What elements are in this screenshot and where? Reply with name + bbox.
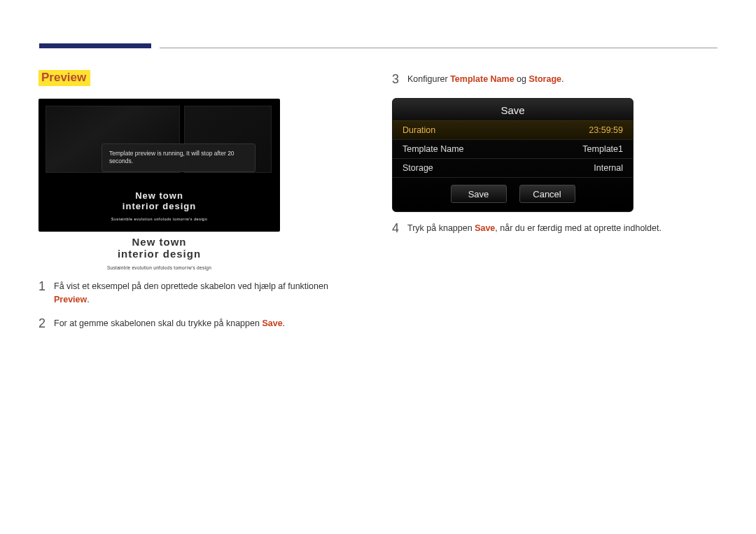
step-1-prefix: Få vist et eksempel på den oprettede ska… (54, 281, 328, 291)
keyword-save: Save (475, 223, 495, 233)
step-4-text: Tryk på knappen Save, når du er færdig m… (407, 219, 662, 239)
cancel-button[interactable]: Cancel (519, 185, 575, 203)
save-button[interactable]: Save (451, 185, 507, 203)
value-template-name: Template1 (582, 144, 623, 154)
label-storage: Storage (402, 163, 433, 173)
step-1-text: Få vist et eksempel på den oprettede ska… (54, 277, 350, 307)
preview-caption-block: New town interior design Sustainble evol… (38, 236, 280, 270)
step-2: 2 For at gemme skabelonen skal du trykke… (38, 314, 350, 334)
row-storage[interactable]: Storage Internal (393, 158, 633, 177)
step-2-prefix: For at gemme skabelonen skal du trykke p… (54, 318, 262, 328)
save-dialog-title: Save (393, 99, 633, 120)
row-template-name[interactable]: Template Name Template1 (393, 139, 633, 158)
step-2-text: For at gemme skabelonen skal du trykke p… (54, 314, 285, 334)
step-3-suffix: . (561, 74, 564, 84)
step-number: 4 (392, 219, 407, 239)
preview-subtitle: Sustainble evolution unfolods tomorrw's … (111, 217, 207, 221)
step-4-suffix: , når du er færdig med at oprette indhol… (495, 223, 662, 233)
step-3-mid: og (514, 74, 529, 84)
step-3-text: Konfigurer Template Name og Storage. (407, 70, 564, 90)
step-number: 2 (38, 314, 54, 334)
preview-title-line2: interior design (122, 201, 196, 211)
dialog-button-row: Save Cancel (393, 177, 633, 211)
preview-title-line1: New town (135, 190, 183, 201)
caption-subtitle: Sustainble evolution unfolods tomorrw's … (38, 265, 280, 270)
label-template-name: Template Name (402, 144, 464, 154)
step-number: 1 (38, 277, 54, 307)
header-divider (160, 48, 718, 48)
caption-line2: interior design (38, 248, 280, 260)
label-duration: Duration (402, 125, 435, 135)
step-1-suffix: . (87, 295, 89, 304)
step-3-prefix: Konfigurer (407, 74, 450, 84)
row-duration[interactable]: Duration 23:59:59 (393, 120, 633, 139)
step-4-prefix: Tryk på knappen (407, 223, 475, 233)
keyword-template-name: Template Name (450, 74, 514, 84)
step-3: 3 Konfigurer Template Name og Storage. (392, 70, 704, 90)
keyword-storage: Storage (528, 74, 561, 84)
header-accent-bar (39, 43, 151, 48)
step-2-suffix: . (283, 318, 285, 328)
caption-line1: New town (38, 236, 280, 248)
value-duration: 23:59:59 (589, 125, 623, 135)
section-heading-preview: Preview (38, 70, 90, 86)
keyword-save: Save (262, 318, 282, 328)
value-storage: Internal (594, 163, 623, 173)
keyword-preview: Preview (54, 295, 87, 304)
preview-lower-text-area: New town interior design Sustainble evol… (38, 179, 280, 232)
preview-toast-message: Template preview is running, It will sto… (102, 143, 255, 172)
step-1: 1 Få vist et eksempel på den oprettede s… (38, 277, 350, 307)
step-number: 3 (392, 70, 407, 90)
step-4: 4 Tryk på knappen Save, når du er færdig… (392, 219, 704, 239)
save-dialog: Save Duration 23:59:59 Template Name Tem… (392, 98, 634, 212)
preview-screenshot: Template preview is running, It will sto… (38, 99, 280, 232)
